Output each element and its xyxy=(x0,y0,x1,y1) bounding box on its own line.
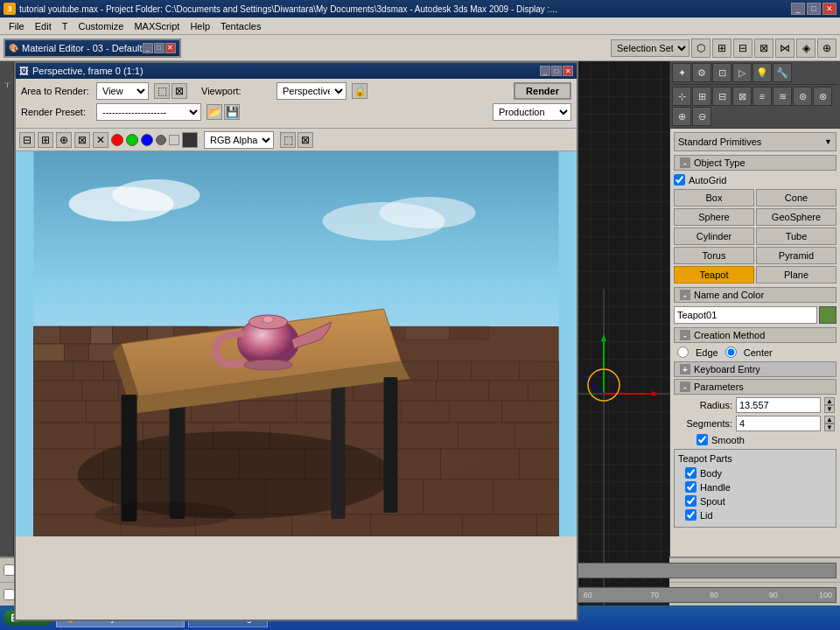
toolbar-btn2[interactable]: ⋈ xyxy=(775,38,794,58)
viewport-select[interactable]: Perspective xyxy=(276,82,346,100)
object-color-swatch[interactable] xyxy=(819,306,836,324)
motion-tab[interactable]: ▷ xyxy=(732,63,752,82)
segments-up[interactable]: ▲ xyxy=(824,416,835,424)
align-btn[interactable]: ⊟ xyxy=(733,38,752,58)
render-icon2[interactable]: ⊠ xyxy=(172,83,187,99)
utilities-tab[interactable]: 🔧 xyxy=(773,63,792,82)
save-preset-btn[interactable]: 💾 xyxy=(224,104,240,120)
teapot-btn[interactable]: Teapot xyxy=(674,266,754,284)
snap-btn6[interactable]: ≋ xyxy=(773,87,792,106)
rdlg-close-btn[interactable]: ✕ xyxy=(563,66,573,76)
mat-close-btn[interactable]: ✕ xyxy=(165,43,176,53)
menu-maxscript[interactable]: MAXScript xyxy=(129,19,185,33)
lock-viewport-btn[interactable]: 🔒 xyxy=(352,83,368,99)
alpha-channel[interactable] xyxy=(156,135,166,145)
box-btn[interactable]: Box xyxy=(674,189,754,206)
geosphere-btn[interactable]: GeoSphere xyxy=(756,208,836,226)
expand-keyboard-entry[interactable]: + xyxy=(680,364,690,374)
radius-input[interactable] xyxy=(736,397,821,413)
sphere-btn[interactable]: Sphere xyxy=(674,208,754,226)
pyramid-btn[interactable]: Pyramid xyxy=(756,247,836,264)
named-sel-btn[interactable]: ⬡ xyxy=(691,38,710,58)
menu-tentacles[interactable]: Tentacles xyxy=(215,19,266,33)
red-channel[interactable] xyxy=(111,134,123,146)
menu-tools[interactable]: T xyxy=(57,19,74,33)
production-select[interactable]: Production xyxy=(493,103,571,121)
hierarchy-tab[interactable]: ⊡ xyxy=(712,63,732,82)
rdlg-min-btn[interactable]: _ xyxy=(540,66,550,76)
view-btn1[interactable]: ⬚ xyxy=(280,132,296,148)
mat-editor-title-bar[interactable]: 🎨 Material Editor - 03 - Default _ □ ✕ xyxy=(5,40,179,56)
rdlg-max-btn[interactable]: □ xyxy=(551,66,562,76)
menu-help[interactable]: Help xyxy=(185,19,215,33)
collapse-object-type[interactable]: - xyxy=(680,158,690,168)
selection-set-select[interactable]: Selection Set xyxy=(611,39,690,57)
channels-btn1[interactable]: ⊟ xyxy=(19,132,35,148)
render-dialog-titlebar[interactable]: 🖼 Perspective, frame 0 (1:1) _ □ ✕ xyxy=(16,63,577,79)
toolbar-btn1[interactable]: ⊠ xyxy=(754,38,774,58)
snap-btn1[interactable]: ⊹ xyxy=(672,87,691,106)
area-to-render-select[interactable]: View xyxy=(96,82,149,100)
mat-max-btn[interactable]: □ xyxy=(154,43,164,53)
snap-btn2[interactable]: ⊞ xyxy=(692,87,711,106)
object-type-header[interactable]: - Object Type xyxy=(674,155,836,171)
smooth-checkbox[interactable] xyxy=(696,434,708,445)
close-btn[interactable]: ✕ xyxy=(822,3,836,15)
snap-btn4[interactable]: ⊠ xyxy=(732,87,752,106)
toolbar-btn3[interactable]: ◈ xyxy=(796,38,816,58)
minimize-btn[interactable]: _ xyxy=(791,3,805,15)
plane-btn[interactable]: Plane xyxy=(756,266,836,284)
center-radio[interactable] xyxy=(725,346,737,358)
snap-btn10[interactable]: ⊖ xyxy=(692,107,711,126)
modify-tab[interactable]: ⚙ xyxy=(692,63,711,82)
rgb-alpha-select[interactable]: RGB Alpha xyxy=(204,131,274,149)
render-button[interactable]: Render xyxy=(514,82,571,100)
view-btn2[interactable]: ⊠ xyxy=(298,132,313,148)
segments-input[interactable] xyxy=(736,416,821,431)
snap-btn3[interactable]: ⊟ xyxy=(712,87,732,106)
name-color-header[interactable]: - Name and Color xyxy=(674,287,836,303)
green-channel[interactable] xyxy=(126,134,138,146)
mat-min-btn[interactable]: _ xyxy=(143,43,153,53)
handle-checkbox[interactable] xyxy=(685,481,696,493)
blue-channel[interactable] xyxy=(141,134,153,146)
menu-edit[interactable]: Edit xyxy=(30,19,57,33)
render-icon1[interactable]: ⬚ xyxy=(154,83,170,99)
edge-radio[interactable] xyxy=(677,346,689,358)
toolbar-btn4[interactable]: ⊕ xyxy=(817,38,836,58)
cone-btn[interactable]: Cone xyxy=(756,189,836,206)
display-tab[interactable]: 💡 xyxy=(752,63,772,82)
channels-btn5[interactable]: ✕ xyxy=(93,132,108,148)
render-preset-select[interactable]: -------------------- xyxy=(96,103,201,121)
torus-btn[interactable]: Torus xyxy=(674,247,754,264)
radius-down[interactable]: ▼ xyxy=(824,405,835,413)
channels-btn2[interactable]: ⊞ xyxy=(38,132,53,148)
mirror-btn[interactable]: ⊞ xyxy=(712,38,732,58)
object-name-input[interactable] xyxy=(674,306,817,324)
menu-file[interactable]: File xyxy=(4,19,30,33)
lid-checkbox[interactable] xyxy=(685,509,696,521)
load-preset-btn[interactable]: 📂 xyxy=(206,104,222,120)
snap-btn8[interactable]: ⊗ xyxy=(813,87,832,106)
spout-checkbox[interactable] xyxy=(685,495,696,507)
parameters-header[interactable]: - Parameters xyxy=(674,379,836,395)
creation-method-header[interactable]: - Creation Method xyxy=(674,327,836,343)
channels-btn4[interactable]: ⊠ xyxy=(74,132,90,148)
primitives-dropdown[interactable]: Standard Primitives ▼ xyxy=(674,132,836,151)
body-checkbox[interactable] xyxy=(685,467,696,479)
maximize-btn[interactable]: □ xyxy=(807,3,821,15)
segments-down[interactable]: ▼ xyxy=(824,424,835,431)
channels-btn3[interactable]: ⊕ xyxy=(56,132,72,148)
cylinder-btn[interactable]: Cylinder xyxy=(674,228,754,245)
snap-btn7[interactable]: ⊛ xyxy=(793,87,812,106)
snap-btn5[interactable]: ≡ xyxy=(752,87,772,106)
collapse-creation-method[interactable]: - xyxy=(680,330,690,340)
menu-customize[interactable]: Customize xyxy=(73,19,129,33)
create-tab[interactable]: ✦ xyxy=(672,63,691,82)
tube-btn[interactable]: Tube xyxy=(756,228,836,245)
snap-btn9[interactable]: ⊕ xyxy=(672,107,691,126)
autogrid-checkbox[interactable] xyxy=(674,174,685,186)
keyboard-entry-header[interactable]: + Keyboard Entry xyxy=(674,361,836,377)
collapse-parameters[interactable]: - xyxy=(680,382,690,392)
radius-up[interactable]: ▲ xyxy=(824,397,835,405)
